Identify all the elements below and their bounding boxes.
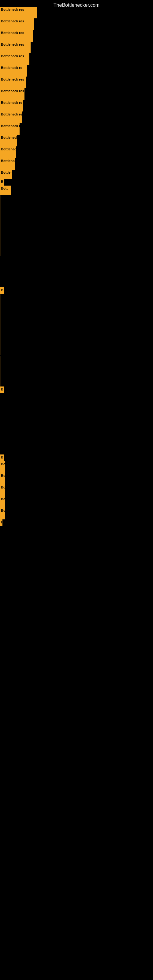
- bottleneck-bar: Bott: [0, 508, 5, 519]
- bottleneck-bar: Bottleneck res: [0, 76, 26, 88]
- bottleneck-bar: Bottler: [0, 170, 12, 179]
- bottleneck-bar: B: [0, 179, 4, 186]
- bottleneck-bar: Bottleneck: [0, 135, 17, 146]
- chart-vertical-line: [1, 294, 1, 355]
- chart-vertical-line: [1, 356, 1, 387]
- bottleneck-bar: Bottleneck res: [0, 30, 33, 41]
- bottleneck-bar: Bott: [0, 186, 11, 195]
- bottleneck-bar: Bottleneck r: [0, 123, 19, 135]
- bottleneck-bar: Bo: [0, 485, 5, 496]
- bottleneck-bar: Bottleneck res: [0, 7, 37, 18]
- bottleneck-bar: Bottleneck res: [0, 53, 29, 65]
- bottleneck-bar: Bo: [0, 496, 5, 508]
- bottleneck-bar: Bo: [0, 461, 5, 473]
- bottleneck-bar: Bottleneck re: [0, 100, 23, 111]
- bottleneck-bar: Bottleneck re: [0, 65, 27, 76]
- chart-vertical-line: [1, 195, 1, 256]
- bottleneck-bar: Bottleneck res: [0, 88, 24, 100]
- bottleneck-bar: B: [0, 519, 2, 526]
- bottleneck-bar: B: [0, 387, 4, 393]
- bottleneck-bar: Bottleneck r: [0, 146, 16, 158]
- bottleneck-bar: Bottleneck re: [0, 111, 22, 123]
- bottleneck-bar: B: [0, 287, 4, 294]
- bottleneck-bar: B: [0, 455, 4, 461]
- bottleneck-bar: Bo: [0, 473, 5, 485]
- bottleneck-bar: Bottleneck: [0, 158, 15, 170]
- bottleneck-bar: Bottleneck res: [0, 41, 30, 53]
- bottleneck-bar: Bottleneck res: [0, 18, 33, 30]
